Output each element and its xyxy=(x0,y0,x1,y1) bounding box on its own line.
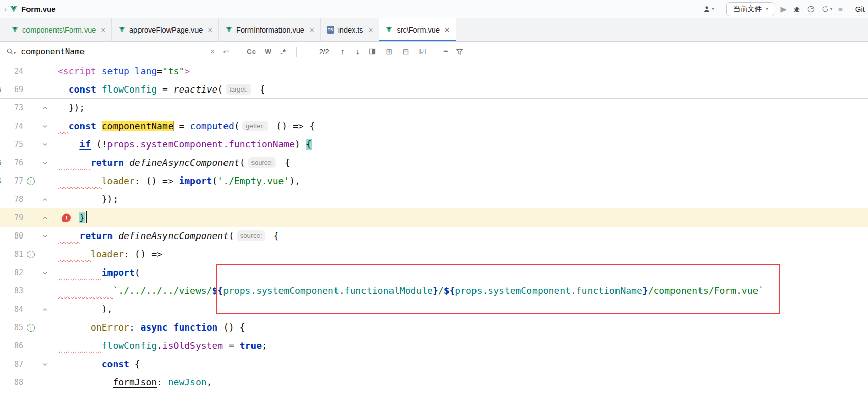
search-input[interactable] xyxy=(21,47,208,56)
line-number[interactable]: 84 xyxy=(0,305,23,314)
line-number[interactable]: 80 xyxy=(0,231,23,241)
code-text[interactable]: }); xyxy=(55,99,868,117)
code-text[interactable]: return defineAsyncComponent(source: { xyxy=(55,227,868,245)
whole-words-toggle[interactable]: W xyxy=(265,48,271,55)
line-number[interactable]: 77 xyxy=(0,176,23,186)
editor[interactable]: 24<script setup lang="ts">669 const flow… xyxy=(0,62,868,417)
code-text[interactable]: const { xyxy=(55,355,868,373)
tab-index-ts[interactable]: TSindex.ts× xyxy=(321,18,380,41)
code-text[interactable]: } xyxy=(55,208,868,227)
line-number[interactable]: 78 xyxy=(0,195,23,204)
fold-open-icon[interactable] xyxy=(38,160,52,166)
add-occurrence-button[interactable]: ⊞ xyxy=(386,47,393,56)
code-text[interactable]: if (!props.systemComponent.functionName)… xyxy=(55,135,868,154)
code-text[interactable]: <script setup lang="ts"> xyxy=(55,62,868,80)
code-line-80[interactable]: 80 return defineAsyncComponent(source: { xyxy=(0,227,868,245)
fold-close-icon[interactable] xyxy=(38,215,52,221)
line-number[interactable]: 24 xyxy=(0,67,23,76)
code-text[interactable]: import( xyxy=(55,263,868,282)
line-number[interactable]: 87 xyxy=(0,360,23,369)
implemented-up-arrow-icon[interactable]: ↑ xyxy=(27,324,35,332)
tab-src-form-vue[interactable]: src\Form.vue× xyxy=(379,18,456,41)
implemented-up-arrow-icon[interactable]: ↑ xyxy=(27,177,35,185)
line-number[interactable]: 85 xyxy=(0,323,23,332)
code-line-24[interactable]: 24<script setup lang="ts"> xyxy=(0,62,868,80)
run-button[interactable]: ▶ xyxy=(780,5,787,14)
code-line-88[interactable]: 88 formJson: newJson, xyxy=(0,373,868,392)
code-line-83[interactable]: 83 `./../../../views/${props.systemCompo… xyxy=(0,282,868,300)
view-options-button[interactable]: ≡ xyxy=(443,47,448,56)
code-line-87[interactable]: 87 const { xyxy=(0,355,868,373)
git-menu[interactable]: Git xyxy=(855,5,865,13)
line-number[interactable]: 73 xyxy=(0,103,23,112)
profiler-button[interactable] xyxy=(807,5,815,13)
next-match-button[interactable]: ↓ xyxy=(355,47,359,56)
fold-open-icon[interactable] xyxy=(38,270,52,276)
code-text[interactable]: flowConfig.isOldSystem = true; xyxy=(55,337,868,355)
code-line-84[interactable]: 84 ), xyxy=(0,300,868,318)
code-line-85[interactable]: 85↑ onError: async function () { xyxy=(0,318,868,337)
code-text[interactable]: onError: async function () { xyxy=(55,318,868,337)
fold-open-icon[interactable] xyxy=(38,362,52,367)
line-number[interactable]: 82 xyxy=(0,268,23,277)
line-number[interactable]: 75 xyxy=(0,140,23,149)
search-icon[interactable]: ▾ xyxy=(6,48,16,55)
code-text[interactable]: loader: () => import('./Empty.vue'), xyxy=(55,172,868,190)
fold-close-icon[interactable] xyxy=(38,307,52,312)
fold-close-icon[interactable] xyxy=(38,197,52,202)
code-text[interactable]: return defineAsyncComponent(source: { xyxy=(55,154,868,172)
code-line-74[interactable]: 74 const componentName = computed(getter… xyxy=(0,117,868,135)
code-line-81[interactable]: 81↑ loader: () => xyxy=(0,245,868,263)
tab-close-icon[interactable]: × xyxy=(445,25,450,34)
code-line-75[interactable]: 75 if (!props.systemComponent.functionNa… xyxy=(0,135,868,154)
code-text[interactable]: `./../../../views/${props.systemComponen… xyxy=(55,282,868,300)
match-case-toggle[interactable]: Cc xyxy=(247,48,256,55)
code-line-77[interactable]: 577↑ loader: () => import('./Empty.vue')… xyxy=(0,172,868,190)
line-number[interactable]: 76 xyxy=(0,158,23,167)
line-number[interactable]: 81 xyxy=(0,250,23,259)
user-accounts-button[interactable]: ▾ xyxy=(703,5,714,13)
error-icon[interactable]: ! xyxy=(62,214,71,222)
newline-icon[interactable]: ↵ xyxy=(223,47,230,56)
regex-toggle[interactable]: .* xyxy=(281,47,286,56)
code-text[interactable]: ), xyxy=(55,300,868,318)
code-text[interactable]: const componentName = computed(getter: (… xyxy=(55,117,868,135)
line-number[interactable]: 74 xyxy=(0,122,23,131)
stop-button[interactable]: ■ xyxy=(838,5,843,13)
chevron-right-icon[interactable]: › xyxy=(4,5,7,13)
fold-open-icon[interactable] xyxy=(38,124,52,129)
previous-match-button[interactable]: ↑ xyxy=(340,47,344,56)
line-number[interactable]: 83 xyxy=(0,286,23,295)
open-results-in-window-button[interactable] xyxy=(369,48,376,55)
tab-components-form-vue[interactable]: components\Form.vue× xyxy=(5,18,112,41)
remove-occurrence-button[interactable]: ⊟ xyxy=(403,47,409,56)
tab-close-icon[interactable]: × xyxy=(101,25,105,34)
tab-approveflowpage-vue[interactable]: approveFlowPage.vue× xyxy=(112,18,219,41)
code-text[interactable]: loader: () => xyxy=(55,245,868,263)
code-line-69[interactable]: 669 const flowConfig = reactive(target: … xyxy=(0,80,868,99)
line-number[interactable]: 69 xyxy=(0,85,23,94)
code-text[interactable]: const flowConfig = reactive(target: { xyxy=(55,80,868,98)
select-all-occurrences-button[interactable]: ☑ xyxy=(419,47,426,56)
tab-close-icon[interactable]: × xyxy=(310,25,314,34)
code-line-78[interactable]: 78 }); xyxy=(0,190,868,208)
code-area[interactable]: 24<script setup lang="ts">669 const flow… xyxy=(0,62,868,392)
tab-forminformation-vue[interactable]: FormInformation.vue× xyxy=(219,18,321,41)
tab-close-icon[interactable]: × xyxy=(208,25,212,34)
line-number[interactable]: 86 xyxy=(0,341,23,350)
filter-button[interactable] xyxy=(456,49,463,55)
code-text[interactable]: }); xyxy=(55,190,868,208)
fold-open-icon[interactable] xyxy=(38,142,52,147)
fold-close-icon[interactable] xyxy=(38,105,52,111)
code-text[interactable]: formJson: newJson, xyxy=(55,373,868,392)
fold-open-icon[interactable] xyxy=(38,233,52,239)
code-line-82[interactable]: 82 import( xyxy=(0,263,868,282)
rerun-button[interactable]: ▾ xyxy=(821,5,832,13)
implemented-up-arrow-icon[interactable]: ↑ xyxy=(27,251,35,258)
debug-button[interactable] xyxy=(793,5,801,13)
run-configuration-selector[interactable]: 当前文件 ▾ xyxy=(726,2,774,16)
line-number[interactable]: 79 xyxy=(0,213,23,222)
clear-search-icon[interactable]: × xyxy=(210,47,215,56)
code-line-86[interactable]: 86 flowConfig.isOldSystem = true; xyxy=(0,337,868,355)
line-number[interactable]: 88 xyxy=(0,378,23,387)
